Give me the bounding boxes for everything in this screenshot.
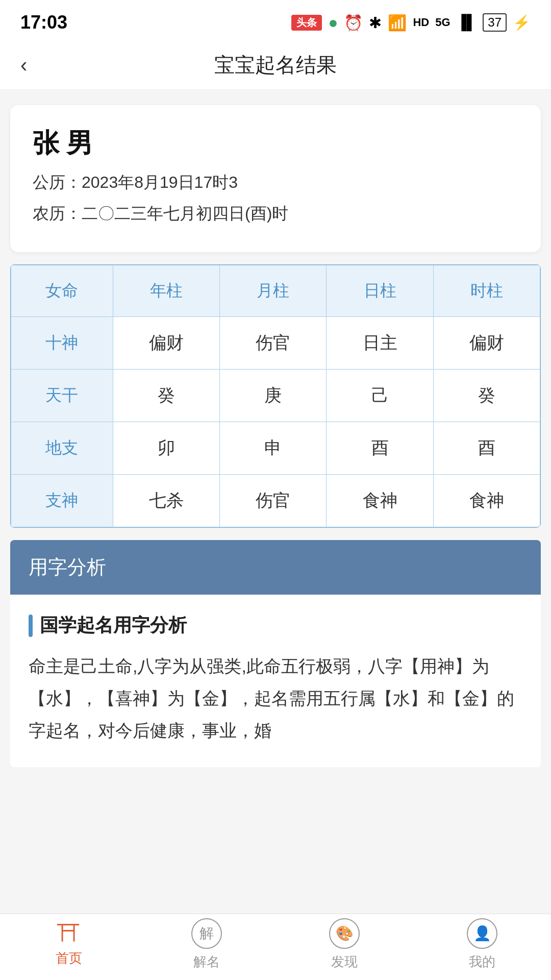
bazi-cell-2-2: 酉	[327, 422, 433, 475]
bazi-cell-1-1: 庚	[220, 370, 327, 422]
tab-profile[interactable]: 👤 我的	[413, 918, 551, 971]
bazi-col-header-3: 日柱	[327, 265, 433, 317]
bazi-table: 女命年柱月柱日柱时柱十神偏财伤官日主偏财天干癸庚己癸地支卯申酉酉支神七杀伤官食神…	[11, 265, 540, 527]
bazi-cell-0-1: 伤官	[220, 317, 327, 370]
wifi-icon: 📶	[388, 14, 407, 32]
tab-jiemei[interactable]: 解 解名	[138, 918, 276, 971]
bazi-header-label: 女命	[11, 265, 113, 317]
bazi-cell-3-2: 食神	[327, 475, 433, 527]
5g-badge: 5G	[435, 16, 450, 29]
tab-home[interactable]: ⛩ 首页	[0, 922, 138, 967]
bazi-row-label-2: 地支	[11, 422, 113, 475]
bazi-cell-2-0: 卯	[113, 422, 219, 475]
analysis-text: 命主是己土命,八字为从强类,此命五行极弱，八字【用神】为【水】，【喜神】为【金】…	[29, 656, 514, 740]
battery-indicator: 37	[483, 13, 507, 32]
bazi-row: 十神偏财伤官日主偏财	[11, 317, 540, 370]
bazi-cell-1-2: 己	[327, 370, 433, 422]
bazi-row: 天干癸庚己癸	[11, 370, 540, 422]
info-card: 张 男 公历：2023年8月19日17时3 农历：二〇二三年七月初四日(酉)时	[10, 105, 541, 252]
signal-icon: ▐▌	[457, 14, 477, 31]
bazi-cell-3-1: 伤官	[220, 475, 327, 527]
tab-home-label: 首页	[56, 949, 82, 967]
bazi-cell-2-3: 酉	[433, 422, 540, 475]
bazi-col-header-4: 时柱	[433, 265, 540, 317]
bazi-cell-1-0: 癸	[113, 370, 219, 422]
subtitle-bar	[29, 615, 33, 637]
analysis-subtitle-text: 国学起名用字分析	[40, 613, 187, 638]
bazi-cell-3-3: 食神	[433, 475, 540, 527]
bazi-cell-0-0: 偏财	[113, 317, 219, 370]
profile-icon: 👤	[467, 918, 497, 949]
lunar-date: 农历：二〇二三年七月初四日(酉)时	[33, 201, 518, 227]
tab-bar: ⛩ 首页 解 解名 🎨 发现 👤 我的	[0, 914, 551, 980]
bazi-cell-3-0: 七杀	[113, 475, 219, 527]
tab-jiemei-label: 解名	[193, 953, 220, 971]
bazi-row-label-0: 十神	[11, 317, 113, 370]
bazi-row: 支神七杀伤官食神食神	[11, 475, 540, 527]
jie-icon: 解	[191, 918, 222, 949]
bazi-row: 地支卯申酉酉	[11, 422, 540, 475]
nav-bar: ‹ 宝宝起名结果	[0, 41, 551, 90]
discover-icon: 🎨	[329, 918, 360, 949]
analysis-content: 命主是己土命,八字为从强类,此命五行极弱，八字【用神】为【水】，【喜神】为【金】…	[29, 650, 522, 747]
bazi-col-header-2: 月柱	[220, 265, 327, 317]
status-icons: 头条 ● ⏰ ✱ 📶 HD 5G ▐▌ 37 ⚡	[291, 13, 531, 32]
charging-icon: ⚡	[513, 14, 531, 31]
page-title: 宝宝起名结果	[214, 51, 337, 79]
toutiao-badge: 头条	[291, 15, 322, 31]
status-bar: 17:03 头条 ● ⏰ ✱ 📶 HD 5G ▐▌ 37 ⚡	[0, 0, 551, 41]
bazi-col-header-1: 年柱	[113, 265, 219, 317]
tab-discover[interactable]: 🎨 发现	[276, 918, 413, 971]
hd-badge: HD	[413, 16, 429, 29]
bazi-cell-0-2: 日主	[327, 317, 433, 370]
bazi-row-label-3: 支神	[11, 475, 113, 527]
analysis-body: 国学起名用字分析 命主是己土命,八字为从强类,此命五行极弱，八字【用神】为【水】…	[10, 595, 541, 767]
analysis-header: 用字分析	[10, 540, 541, 595]
bazi-cell-0-3: 偏财	[433, 317, 540, 370]
alarm-icon: ⏰	[344, 14, 363, 32]
green-dot: ●	[328, 13, 338, 32]
bazi-cell-2-1: 申	[220, 422, 327, 475]
bluetooth-icon: ✱	[369, 14, 382, 32]
gregorian-date: 公历：2023年8月19日17时3	[33, 169, 518, 195]
status-time: 17:03	[20, 12, 67, 33]
analysis-header-title: 用字分析	[29, 556, 106, 578]
analysis-subtitle: 国学起名用字分析	[29, 613, 522, 638]
main-content: 张 男 公历：2023年8月19日17时3 农历：二〇二三年七月初四日(酉)时 …	[0, 90, 551, 866]
person-name: 张 男	[33, 126, 518, 161]
bazi-row-label-1: 天干	[11, 370, 113, 422]
back-button[interactable]: ‹	[20, 54, 27, 77]
bazi-cell-1-3: 癸	[433, 370, 540, 422]
analysis-section: 用字分析 国学起名用字分析 命主是己土命,八字为从强类,此命五行极弱，八字【用神…	[10, 540, 541, 767]
bazi-table-wrapper: 女命年柱月柱日柱时柱十神偏财伤官日主偏财天干癸庚己癸地支卯申酉酉支神七杀伤官食神…	[10, 264, 541, 528]
tab-profile-label: 我的	[469, 953, 495, 971]
home-icon: ⛩	[57, 922, 81, 945]
tab-discover-label: 发现	[331, 953, 358, 971]
